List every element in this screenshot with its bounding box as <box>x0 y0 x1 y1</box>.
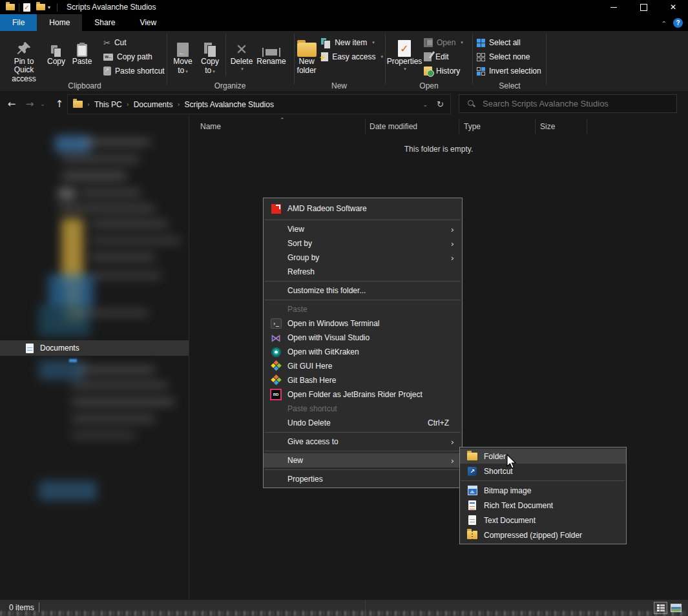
explorer-window: ✓ ▾ Scripts Avalanche Studios ✕ File Hom… <box>0 0 688 616</box>
easy-access-button[interactable]: Easy access▾ <box>321 51 383 63</box>
menu-item-paste-shortcut[interactable]: Paste shortcut <box>264 402 462 416</box>
move-to-button[interactable]: Move to▾ <box>169 32 196 76</box>
tab-share[interactable]: Share <box>82 14 127 31</box>
paste-button[interactable]: Paste <box>68 32 96 83</box>
submenu-item-folder[interactable]: Folder <box>460 449 626 464</box>
menu-item-properties[interactable]: Properties <box>264 472 462 486</box>
tab-home[interactable]: Home <box>37 14 82 31</box>
dropdown-icon: ▾ <box>241 67 244 72</box>
group-label-new: New <box>295 81 383 90</box>
submenu-item-bitmap-image[interactable]: Bitmap image <box>460 483 626 498</box>
menu-item-amd-radeon-software[interactable]: AMD Radeon Software <box>264 200 462 218</box>
menu-item-group-by[interactable]: Group by › <box>264 251 462 265</box>
submenu-item-rich-text-document[interactable]: Rich Text Document <box>460 498 626 513</box>
submenu-item-shortcut[interactable]: ↗ Shortcut <box>460 464 626 478</box>
history-button[interactable]: History <box>424 65 463 77</box>
column-date-modified[interactable]: Date modified <box>370 122 417 131</box>
search-input[interactable] <box>481 98 665 109</box>
copy-icon <box>51 35 61 57</box>
new-folder-button[interactable]: New folder <box>295 32 318 75</box>
column-size[interactable]: Size <box>540 122 555 131</box>
back-icon[interactable]: ← <box>4 91 19 116</box>
menu-item-give-access-to[interactable]: Give access to › <box>264 435 462 449</box>
blurred-bottom-strip <box>0 611 688 616</box>
menu-item-open-folder-as-jetbrains-rider-project[interactable]: RD Open Folder as JetBrains Rider Projec… <box>264 387 462 402</box>
divider[interactable] <box>365 119 366 134</box>
column-headers: ⌃ Name Date modified Type Size <box>189 118 688 136</box>
copy-to-icon <box>204 35 216 57</box>
menu-item-git-bash-here[interactable]: Git Bash Here <box>264 373 462 387</box>
search-icon <box>467 99 475 108</box>
forward-icon[interactable]: → <box>22 91 37 116</box>
maximize-button[interactable] <box>629 0 658 14</box>
invert-selection-button[interactable]: Invert selection <box>477 65 545 77</box>
tab-view[interactable]: View <box>127 14 169 31</box>
breadcrumb-documents[interactable]: Documents <box>134 100 173 109</box>
minimize-button[interactable] <box>599 0 629 14</box>
submenu-item-compressed-zipped-folder[interactable]: Compressed (zipped) Folder <box>460 528 626 542</box>
rename-button[interactable]: Rename <box>255 32 287 76</box>
menu-item-paste[interactable]: Paste <box>264 302 462 316</box>
breadcrumb-chevron-icon: › <box>177 101 180 108</box>
up-icon[interactable]: ↑ <box>52 91 67 116</box>
breadcrumb-this-pc[interactable]: This PC <box>94 100 122 109</box>
menu-item-sort-by[interactable]: Sort by › <box>264 236 462 251</box>
paste-shortcut-button[interactable]: Paste shortcut <box>103 65 165 77</box>
submenu-arrow-icon: › <box>451 437 457 447</box>
search-box[interactable] <box>459 94 677 113</box>
select-none-button[interactable]: Select none <box>477 51 545 63</box>
ribbon: Pin to Quick access Copy Paste ✂ Cut <box>0 31 688 91</box>
edit-button[interactable]: Edit <box>424 51 463 63</box>
divider[interactable] <box>459 119 459 134</box>
menu-item-open-with-gitkraken[interactable]: Open with GitKraken <box>264 345 462 359</box>
properties-button[interactable]: ✓ Properties ▾ <box>388 32 421 77</box>
menu-item-new[interactable]: New › <box>264 453 462 467</box>
minimize-ribbon-icon[interactable]: ⌃ <box>662 20 667 27</box>
git-gui-icon <box>269 360 282 372</box>
sidebar-item-documents[interactable]: Documents <box>0 340 189 356</box>
refresh-icon[interactable]: ↻ <box>437 99 444 109</box>
qat-new-folder-icon[interactable] <box>36 4 45 10</box>
menu-separator <box>265 469 461 470</box>
qat-properties-icon[interactable]: ✓ <box>23 3 30 12</box>
menu-item-refresh[interactable]: Refresh <box>264 265 462 279</box>
copy-path-button[interactable]: W... Copy path <box>103 51 165 63</box>
text-document-icon <box>468 515 476 525</box>
qat-dropdown-icon[interactable]: ▾ <box>48 5 50 10</box>
submenu-item-text-document[interactable]: Text Document <box>460 513 626 528</box>
menu-item-git-gui-here[interactable]: Git GUI Here <box>264 359 462 373</box>
new-item-button[interactable]: New item▾ <box>321 37 383 48</box>
tab-file[interactable]: File <box>0 14 37 31</box>
delete-button[interactable]: ✕ Delete ▾ <box>228 32 255 76</box>
divider[interactable] <box>587 119 587 134</box>
empty-folder-message: This folder is empty. <box>189 145 688 154</box>
menu-item-open-with-visual-studio[interactable]: ⋈ Open with Visual Studio <box>264 331 462 345</box>
close-button[interactable]: ✕ <box>658 0 688 14</box>
menu-item-undo-delete[interactable]: Undo Delete Ctrl+Z <box>264 416 462 430</box>
group-clipboard: Pin to Quick access Copy Paste ✂ Cut <box>4 32 165 90</box>
help-icon[interactable]: ? <box>673 18 683 28</box>
column-type[interactable]: Type <box>464 122 481 131</box>
menu-item-view[interactable]: View › <box>264 222 462 236</box>
cut-icon: ✂ <box>103 38 110 48</box>
dropdown-icon: ▾ <box>213 69 215 74</box>
menu-item-open-in-windows-terminal[interactable]: ›_ Open in Windows Terminal <box>264 316 462 331</box>
column-name[interactable]: Name <box>200 122 221 131</box>
divider[interactable] <box>535 119 536 134</box>
recent-locations-icon[interactable]: ⌄ <box>37 91 48 116</box>
cut-button[interactable]: ✂ Cut <box>103 37 165 48</box>
visual-studio-icon: ⋈ <box>271 332 281 344</box>
pin-to-quick-access-button[interactable]: Pin to Quick access <box>4 32 44 83</box>
select-all-button[interactable]: Select all <box>477 37 545 48</box>
address-dropdown-icon[interactable]: ⌄ <box>423 101 428 108</box>
open-button[interactable]: Open▾ <box>424 37 463 48</box>
copy-button[interactable]: Copy <box>44 32 68 83</box>
copy-to-button[interactable]: Copy to▾ <box>196 32 224 76</box>
sidebar-item-label: Documents <box>40 344 79 353</box>
navigation-pane[interactable]: Documents <box>0 116 189 600</box>
breadcrumb-current-folder[interactable]: Scripts Avalanche Studios <box>184 100 274 109</box>
folder-icon <box>467 453 477 460</box>
menu-item-customize-this-folder[interactable]: Customize this folder... <box>264 283 462 298</box>
address-bar[interactable]: › This PC › Documents › Scripts Avalanch… <box>67 94 451 114</box>
mouse-cursor <box>506 454 517 471</box>
